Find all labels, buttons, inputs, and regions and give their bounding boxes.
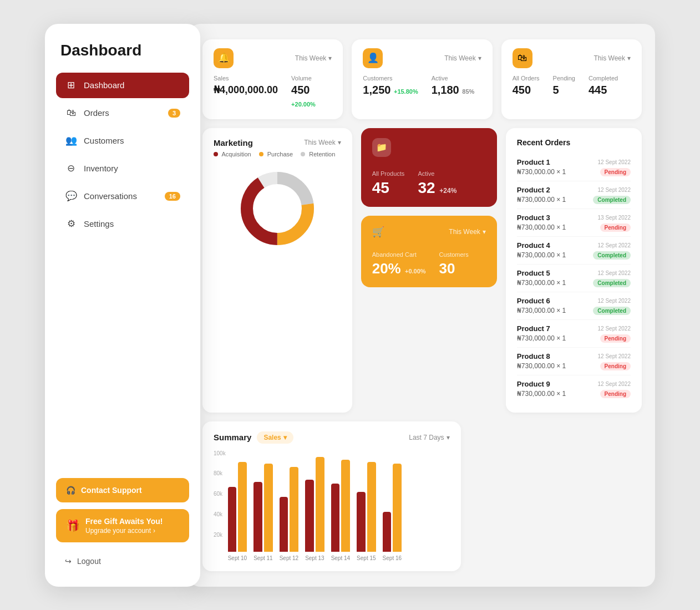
bar-red — [383, 512, 392, 552]
abandoned-label: Abandoned Cart — [372, 251, 426, 258]
bar-group: Sept 12 — [280, 467, 298, 561]
order-name: Product 6 — [517, 297, 550, 305]
bar-yellow — [290, 467, 298, 552]
orders-period-selector[interactable]: This Week ▾ — [594, 54, 631, 62]
customers-stat-card: 👤 This Week ▾ Customers 1,250 +15.80% — [352, 39, 492, 119]
bar-pair — [253, 464, 272, 551]
customers-value: 1,250 +15.80% — [363, 84, 418, 96]
bar-label: Sept 10 — [228, 555, 247, 561]
order-date: 12 Sept 2022 — [598, 298, 631, 304]
cart-card: 🛒 This Week ▾ Abandoned Cart 20% +0.00% — [361, 216, 497, 287]
order-date: 12 Sept 2022 — [598, 353, 631, 359]
completed-label: Completed — [589, 75, 618, 82]
order-date: 13 Sept 2022 — [598, 215, 631, 221]
abandoned-value: 20% +0.00% — [372, 260, 426, 277]
logout-label: Logout — [77, 557, 101, 566]
arrow-icon: › — [153, 527, 155, 535]
settings-icon: ⚙ — [65, 218, 77, 230]
sidebar-item-settings[interactable]: ⚙ Settings — [56, 211, 189, 237]
order-date: 12 Sept 2022 — [598, 270, 631, 276]
sidebar-bottom: 🎧 Contact Support 🎁 Free Gift Awaits You… — [56, 478, 189, 571]
stats-row: 🔔 This Week ▾ Sales ₦4,000,000.00 Volume — [202, 39, 642, 119]
bar-pair — [228, 462, 247, 552]
order-item: Product 4 12 Sept 2022 ₦730,000.00 × 1 C… — [517, 237, 631, 265]
retention-legend: Retention — [301, 151, 335, 157]
sales-period-selector[interactable]: This Week ▾ — [295, 54, 332, 62]
contact-support-button[interactable]: 🎧 Contact Support — [56, 478, 189, 502]
bar-group: Sept 15 — [357, 462, 376, 561]
customers-badge: +15.80% — [394, 88, 418, 95]
range-selector[interactable]: Last 7 Days ▾ — [409, 434, 449, 441]
bar-label: Sept 16 — [383, 555, 402, 561]
order-item: Product 8 12 Sept 2022 ₦730,000.00 × 1 P… — [517, 348, 631, 375]
orders-icon: 🛍 — [65, 107, 77, 119]
sidebar-nav: ⊞ Dashboard 🛍 Orders 3 👥 Customers ⊖ Inv… — [56, 73, 189, 478]
order-item: Product 3 13 Sept 2022 ₦730,000.00 × 1 P… — [517, 209, 631, 237]
order-name: Product 3 — [517, 214, 550, 222]
volume-label: Volume — [291, 75, 332, 82]
inventory-icon: ⊖ — [65, 162, 77, 175]
recent-orders-card: Recent Orders Product 1 12 Sept 2022 ₦73… — [506, 128, 642, 413]
marketing-period-selector[interactable]: This Week ▾ — [304, 139, 341, 146]
bar-yellow — [341, 460, 350, 552]
bar-group: Sept 13 — [305, 457, 324, 561]
marketing-legend: Acquisition Purchase Retention — [214, 151, 341, 157]
gift-text: Free Gift Awaits You! Upgrade your accou… — [85, 517, 163, 535]
bar-red — [253, 482, 262, 552]
bar-chart-area: 100k80k60k40k20k Sept 10Sept 11Sept 12Se… — [214, 450, 450, 561]
order-price: ₦730,000.00 × 1 — [517, 307, 566, 314]
cart-customers-value: 30 — [439, 260, 469, 277]
sidebar-item-label: Orders — [84, 108, 109, 118]
gift-icon: 🎁 — [66, 519, 80, 532]
chevron-down-icon: ▾ — [478, 54, 481, 62]
active-products-badge: +24% — [439, 187, 456, 195]
bar-pair — [305, 457, 324, 552]
order-status: Completed — [593, 307, 631, 315]
folder-icon: 📁 — [372, 138, 391, 157]
orders-badge: 3 — [168, 109, 180, 118]
sidebar-item-label: Inventory — [84, 164, 118, 173]
order-status: Pending — [600, 334, 631, 343]
bar-red — [305, 480, 314, 552]
customers-period-selector[interactable]: This Week ▾ — [444, 54, 481, 62]
products-card: 📁 All Products 45 Active 32 +24% — [361, 128, 497, 207]
sales-stat-card: 🔔 This Week ▾ Sales ₦4,000,000.00 Volume — [202, 39, 343, 119]
bar-yellow — [393, 464, 402, 551]
app-container: Dashboard ⊞ Dashboard 🛍 Orders 3 👥 Custo… — [45, 24, 655, 587]
sales-filter-pill[interactable]: Sales ▾ — [257, 431, 293, 444]
sidebar-item-inventory[interactable]: ⊖ Inventory — [56, 156, 189, 181]
logout-button[interactable]: ↪ Logout — [56, 551, 189, 571]
bar-yellow — [238, 462, 247, 552]
order-price: ₦730,000.00 × 1 — [517, 196, 566, 204]
order-price: ₦730,000.00 × 1 — [517, 362, 566, 370]
donut-chart — [214, 164, 341, 253]
purchase-legend: Purchase — [259, 151, 293, 157]
y-axis-label: 20k — [214, 532, 226, 538]
free-gift-button[interactable]: 🎁 Free Gift Awaits You! Upgrade your acc… — [56, 509, 189, 542]
pending-value: 5 — [553, 84, 575, 96]
sidebar-item-dashboard[interactable]: ⊞ Dashboard — [56, 73, 189, 98]
abandoned-cart-stat: Abandoned Cart 20% +0.00% — [372, 251, 426, 277]
customers-stat-icon: 👤 — [363, 48, 383, 68]
order-date: 12 Sept 2022 — [598, 187, 631, 193]
bar-pair — [280, 467, 298, 552]
sidebar: Dashboard ⊞ Dashboard 🛍 Orders 3 👥 Custo… — [45, 24, 200, 587]
volume-badge: +20.00% — [291, 101, 316, 108]
chevron-down-icon: ▾ — [627, 54, 631, 62]
cart-icon: 🛒 — [372, 226, 384, 238]
order-date: 12 Sept 2022 — [598, 326, 631, 332]
order-name: Product 1 — [517, 158, 550, 166]
acquisition-dot — [214, 152, 218, 156]
bar-group: Sept 16 — [383, 464, 402, 561]
sidebar-item-orders[interactable]: 🛍 Orders 3 — [56, 100, 189, 126]
order-price: ₦730,000.00 × 1 — [517, 334, 566, 342]
sidebar-item-conversations[interactable]: 💬 Conversations 16 — [56, 184, 189, 209]
order-price: ₦730,000.00 × 1 — [517, 223, 566, 231]
sidebar-item-customers[interactable]: 👥 Customers — [56, 128, 189, 154]
marketing-card: Marketing This Week ▾ Acquisition Purcha… — [202, 128, 352, 413]
orders-list: Product 1 12 Sept 2022 ₦730,000.00 × 1 P… — [517, 154, 631, 403]
chevron-down-icon: ▾ — [447, 434, 450, 441]
active-label: Active — [432, 75, 475, 82]
order-date: 12 Sept 2022 — [598, 381, 631, 387]
cart-period-selector[interactable]: This Week ▾ — [449, 228, 485, 236]
